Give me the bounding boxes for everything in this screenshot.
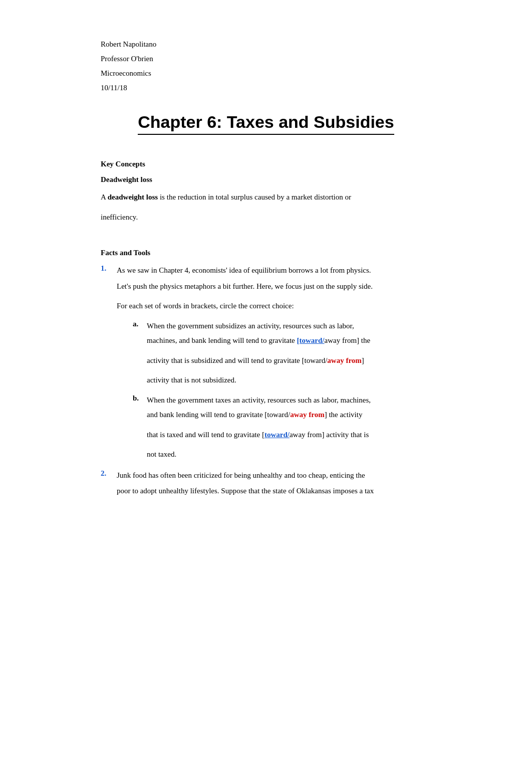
- cont2-pre: activity that is subsidized and will ten…: [147, 356, 327, 364]
- sub-item-a-label: a.: [133, 320, 147, 328]
- deadweight-loss-definition: A deadweight loss is the reduction in to…: [101, 191, 431, 204]
- away-from-highlight-1: away from: [327, 356, 361, 364]
- sub-item-a-text: When the government subsidizes an activi…: [147, 320, 431, 333]
- author-info: Robert Napolitano Professor O'brien Micr…: [101, 40, 431, 92]
- list-item-1: 1. As we saw in Chapter 4, economists' i…: [101, 264, 431, 461]
- deadweight-loss-definition-2: inefficiency.: [101, 211, 431, 224]
- b-cont2-pre: that is taxed and will tend to gravitate…: [147, 431, 264, 439]
- sub-item-b-cont3: not taxed.: [147, 448, 431, 461]
- item-1-continuation2: For each set of words in brackets, circl…: [117, 300, 431, 313]
- item-1-intro: As we saw in Chapter 4, economists' idea…: [117, 264, 431, 277]
- item-2-continuation: poor to adopt unhealthy lifestyles. Supp…: [117, 485, 431, 498]
- b-cont2-end: away from] activity that is: [290, 431, 369, 439]
- item-1-row: 1. As we saw in Chapter 4, economists' i…: [101, 264, 431, 277]
- toward-highlight-2: toward/: [264, 431, 290, 439]
- page-container: Robert Napolitano Professor O'brien Micr…: [61, 0, 471, 546]
- sub-item-a: a. When the government subsidizes an act…: [133, 320, 431, 387]
- deadweight-loss-heading: Deadweight loss: [101, 175, 431, 184]
- key-concepts-section: Key Concepts Deadweight loss A deadweigh…: [101, 160, 431, 224]
- facts-tools-heading: Facts and Tools: [101, 249, 431, 257]
- chapter-title-block: Chapter 6: Taxes and Subsidies: [101, 112, 431, 135]
- facts-tools-section: Facts and Tools 1. As we saw in Chapter …: [101, 249, 431, 498]
- sub-item-b-cont2: that is taxed and will tend to gravitate…: [147, 429, 431, 442]
- cont1-pre: machines, and bank lending will tend to …: [147, 336, 297, 344]
- item-1-continuation1: Let's push the physics metaphors a bit f…: [117, 280, 431, 293]
- b-cont1-end: ] the activity: [325, 411, 363, 419]
- item-1-number: 1.: [101, 264, 117, 273]
- sub-item-b: b. When the government taxes an activity…: [133, 394, 431, 461]
- item-2-number: 2.: [101, 469, 117, 478]
- sub-item-a-row: a. When the government subsidizes an act…: [133, 320, 431, 333]
- list-item-2: 2. Junk food has often been criticized f…: [101, 469, 431, 498]
- key-concepts-heading: Key Concepts: [101, 160, 431, 168]
- course-name: Microeconomics: [101, 69, 431, 78]
- def-text-2: is the reduction in total surplus caused…: [158, 193, 351, 201]
- date: 10/11/18: [101, 84, 431, 92]
- cont1-mid: away from] the: [325, 336, 371, 344]
- cont2-end: ]: [362, 356, 364, 364]
- b-cont1-pre: and bank lending will tend to gravitate …: [147, 411, 290, 419]
- def-text-1: A: [101, 193, 108, 201]
- item-2-row: 2. Junk food has often been criticized f…: [101, 469, 431, 482]
- sub-item-a-cont3: activity that is not subsidized.: [147, 374, 431, 387]
- sub-item-a-cont1: machines, and bank lending will tend to …: [147, 334, 431, 347]
- def-bold: deadweight loss: [108, 193, 158, 201]
- sub-item-b-cont1: and bank lending will tend to gravitate …: [147, 409, 431, 422]
- sub-item-a-cont2: activity that is subsidized and will ten…: [147, 354, 431, 367]
- sub-item-b-row: b. When the government taxes an activity…: [133, 394, 431, 407]
- toward-highlight-1: [toward/: [297, 336, 325, 344]
- item-2-text: Junk food has often been criticized for …: [117, 469, 431, 482]
- chapter-title: Chapter 6: Taxes and Subsidies: [138, 112, 394, 135]
- sub-item-b-label: b.: [133, 394, 147, 403]
- sub-item-b-text: When the government taxes an activity, r…: [147, 394, 431, 407]
- away-from-highlight-2: away from: [290, 411, 324, 419]
- professor-name: Professor O'brien: [101, 55, 431, 63]
- author-name: Robert Napolitano: [101, 40, 431, 49]
